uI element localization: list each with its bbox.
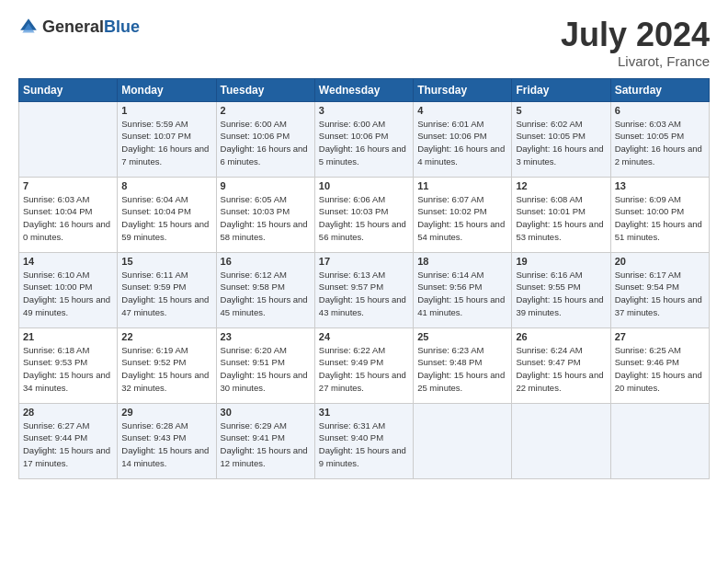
week-row-1: 7Sunrise: 6:03 AMSunset: 10:04 PMDayligh… [19,177,710,252]
calendar-cell: 1Sunrise: 5:59 AMSunset: 10:07 PMDayligh… [118,101,216,177]
calendar-cell: 23Sunrise: 6:20 AMSunset: 9:51 PMDayligh… [216,327,314,403]
calendar-header: SundayMondayTuesdayWednesdayThursdayFrid… [19,78,710,101]
calendar-cell: 21Sunrise: 6:18 AMSunset: 9:53 PMDayligh… [19,327,118,403]
day-number: 10 [319,180,409,191]
day-info: Sunrise: 6:27 AMSunset: 9:44 PMDaylight:… [23,419,113,470]
calendar-body: 1Sunrise: 5:59 AMSunset: 10:07 PMDayligh… [19,101,710,478]
day-number: 19 [516,256,606,267]
header-day-thursday: Thursday [414,78,512,101]
logo: GeneralBlue [18,17,140,37]
day-info: Sunrise: 6:12 AMSunset: 9:58 PMDaylight:… [221,269,311,319]
header-day-saturday: Saturday [610,78,709,101]
calendar-cell: 20Sunrise: 6:17 AMSunset: 9:54 PMDayligh… [610,252,709,327]
calendar-cell: 31Sunrise: 6:31 AMSunset: 9:40 PMDayligh… [314,403,413,478]
calendar-cell: 4Sunrise: 6:01 AMSunset: 10:06 PMDayligh… [414,101,512,177]
day-number: 12 [516,180,606,191]
day-info: Sunrise: 6:09 AMSunset: 10:00 PMDaylight… [615,193,705,244]
calendar-cell [414,403,512,478]
calendar-cell: 5Sunrise: 6:02 AMSunset: 10:05 PMDayligh… [512,101,610,177]
calendar-cell: 30Sunrise: 6:29 AMSunset: 9:41 PMDayligh… [216,403,314,478]
calendar-cell: 16Sunrise: 6:12 AMSunset: 9:58 PMDayligh… [216,252,314,327]
day-number: 22 [121,331,211,342]
page: GeneralBlue July 2024 Livarot, France Su… [0,0,728,488]
calendar-cell [610,403,709,478]
day-info: Sunrise: 6:06 AMSunset: 10:03 PMDaylight… [319,193,409,244]
day-info: Sunrise: 6:11 AMSunset: 9:59 PMDaylight:… [121,269,211,319]
day-info: Sunrise: 6:02 AMSunset: 10:05 PMDaylight… [516,118,606,168]
day-info: Sunrise: 6:25 AMSunset: 9:46 PMDaylight:… [615,344,705,395]
calendar-cell: 14Sunrise: 6:10 AMSunset: 10:00 PMDaylig… [19,252,118,327]
day-info: Sunrise: 6:00 AMSunset: 10:06 PMDaylight… [319,118,409,168]
calendar-cell: 3Sunrise: 6:00 AMSunset: 10:06 PMDayligh… [314,101,413,177]
calendar-cell: 26Sunrise: 6:24 AMSunset: 9:47 PMDayligh… [512,327,610,403]
calendar-cell: 24Sunrise: 6:22 AMSunset: 9:49 PMDayligh… [314,327,413,403]
calendar-cell: 29Sunrise: 6:28 AMSunset: 9:43 PMDayligh… [118,403,216,478]
logo-blue: Blue [104,17,140,36]
day-number: 23 [221,331,311,342]
day-info: Sunrise: 6:13 AMSunset: 9:57 PMDaylight:… [319,269,409,319]
day-number: 21 [23,331,113,342]
day-number: 20 [615,256,705,267]
calendar-cell: 18Sunrise: 6:14 AMSunset: 9:56 PMDayligh… [414,252,512,327]
day-info: Sunrise: 6:20 AMSunset: 9:51 PMDaylight:… [221,344,311,395]
day-number: 28 [23,407,113,418]
day-info: Sunrise: 6:00 AMSunset: 10:06 PMDaylight… [221,118,311,168]
day-number: 5 [516,105,606,116]
calendar-cell: 27Sunrise: 6:25 AMSunset: 9:46 PMDayligh… [610,327,709,403]
day-number: 8 [121,180,211,191]
day-number: 16 [221,256,311,267]
month-title: July 2024 [561,17,710,53]
week-row-2: 14Sunrise: 6:10 AMSunset: 10:00 PMDaylig… [19,252,710,327]
day-number: 14 [23,256,113,267]
day-number: 24 [319,331,409,342]
calendar-cell [512,403,610,478]
day-number: 7 [23,180,113,191]
logo-general: General [42,17,104,36]
day-number: 3 [319,105,409,116]
day-number: 29 [121,407,211,418]
day-number: 6 [615,105,705,116]
calendar-cell: 6Sunrise: 6:03 AMSunset: 10:05 PMDayligh… [610,101,709,177]
day-number: 15 [121,256,211,267]
day-info: Sunrise: 6:28 AMSunset: 9:43 PMDaylight:… [121,419,211,470]
calendar-cell: 7Sunrise: 6:03 AMSunset: 10:04 PMDayligh… [19,177,118,252]
day-info: Sunrise: 6:07 AMSunset: 10:02 PMDaylight… [417,193,507,244]
day-number: 25 [417,331,507,342]
day-number: 2 [221,105,311,116]
calendar-cell [19,101,118,177]
title-block: July 2024 Livarot, France [561,17,710,69]
day-info: Sunrise: 5:59 AMSunset: 10:07 PMDaylight… [121,118,211,168]
day-info: Sunrise: 6:16 AMSunset: 9:55 PMDaylight:… [516,269,606,319]
day-number: 13 [615,180,705,191]
day-info: Sunrise: 6:31 AMSunset: 9:40 PMDaylight:… [319,419,409,470]
day-info: Sunrise: 6:14 AMSunset: 9:56 PMDaylight:… [417,269,507,319]
calendar-cell: 17Sunrise: 6:13 AMSunset: 9:57 PMDayligh… [314,252,413,327]
day-number: 11 [417,180,507,191]
logo-icon [18,17,39,37]
calendar-cell: 28Sunrise: 6:27 AMSunset: 9:44 PMDayligh… [19,403,118,478]
calendar-cell: 25Sunrise: 6:23 AMSunset: 9:48 PMDayligh… [414,327,512,403]
calendar-cell: 22Sunrise: 6:19 AMSunset: 9:52 PMDayligh… [118,327,216,403]
day-info: Sunrise: 6:05 AMSunset: 10:03 PMDaylight… [221,193,311,244]
day-info: Sunrise: 6:22 AMSunset: 9:49 PMDaylight:… [319,344,409,395]
calendar-table: SundayMondayTuesdayWednesdayThursdayFrid… [18,78,710,479]
day-number: 4 [417,105,507,116]
week-row-0: 1Sunrise: 5:59 AMSunset: 10:07 PMDayligh… [19,101,710,177]
calendar-cell: 10Sunrise: 6:06 AMSunset: 10:03 PMDaylig… [314,177,413,252]
location-title: Livarot, France [561,53,710,69]
day-number: 17 [319,256,409,267]
calendar-cell: 19Sunrise: 6:16 AMSunset: 9:55 PMDayligh… [512,252,610,327]
day-info: Sunrise: 6:24 AMSunset: 9:47 PMDaylight:… [516,344,606,395]
day-number: 31 [319,407,409,418]
day-number: 27 [615,331,705,342]
week-row-4: 28Sunrise: 6:27 AMSunset: 9:44 PMDayligh… [19,403,710,478]
day-info: Sunrise: 6:29 AMSunset: 9:41 PMDaylight:… [221,419,311,470]
day-info: Sunrise: 6:01 AMSunset: 10:06 PMDaylight… [417,118,507,168]
calendar-cell: 2Sunrise: 6:00 AMSunset: 10:06 PMDayligh… [216,101,314,177]
header-day-sunday: Sunday [19,78,118,101]
calendar-cell: 13Sunrise: 6:09 AMSunset: 10:00 PMDaylig… [610,177,709,252]
day-number: 30 [221,407,311,418]
day-number: 18 [417,256,507,267]
week-row-3: 21Sunrise: 6:18 AMSunset: 9:53 PMDayligh… [19,327,710,403]
day-info: Sunrise: 6:18 AMSunset: 9:53 PMDaylight:… [23,344,113,395]
